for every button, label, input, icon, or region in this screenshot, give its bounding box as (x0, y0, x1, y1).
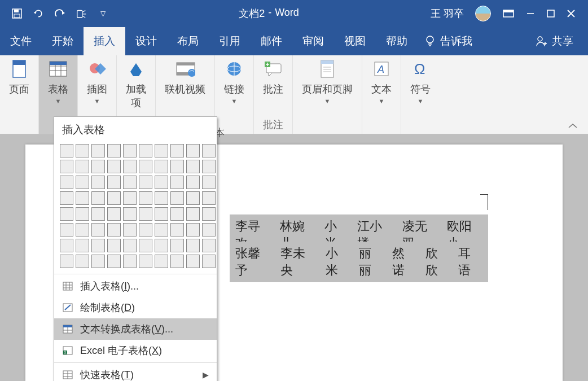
table-grid-cell[interactable] (202, 191, 216, 205)
table-grid-cell[interactable] (186, 144, 200, 157)
table-grid-cell[interactable] (76, 239, 89, 252)
table-grid-cell[interactable] (76, 207, 89, 221)
table-grid-cell[interactable] (123, 207, 137, 221)
share-button[interactable]: 共享 (535, 27, 588, 55)
table-grid-cell[interactable] (123, 191, 137, 205)
table-grid-cell[interactable] (170, 255, 184, 268)
table-grid-cell[interactable] (186, 223, 200, 237)
header-footer-button[interactable]: 页眉和页脚 ▼ (302, 59, 353, 103)
table-grid-cell[interactable] (91, 191, 105, 205)
tab-help[interactable]: 帮助 (376, 27, 418, 55)
online-video-button[interactable]: 联机视频 (165, 59, 205, 96)
table-button[interactable]: 表格 ▼ (48, 59, 68, 103)
table-grid-cell[interactable] (76, 160, 89, 173)
table-grid-cell[interactable] (123, 239, 137, 252)
table-grid-cell[interactable] (170, 239, 184, 252)
table-grid-cell[interactable] (186, 191, 200, 205)
illustrations-button[interactable]: 插图 ▼ (87, 59, 107, 103)
table-grid-cell[interactable] (186, 160, 200, 173)
table-grid-cell[interactable] (155, 207, 168, 221)
table-grid-cell[interactable] (202, 239, 216, 252)
table-grid-cell[interactable] (155, 223, 168, 237)
table-grid-cell[interactable] (139, 144, 152, 157)
table-grid-cell[interactable] (202, 144, 216, 157)
tab-file[interactable]: 文件 (0, 27, 42, 55)
tab-home[interactable]: 开始 (42, 27, 84, 55)
menu-draw-table[interactable]: 绘制表格(D) (54, 297, 217, 318)
table-grid-cell[interactable] (107, 191, 121, 205)
tell-me[interactable]: 告诉我 (418, 27, 482, 55)
table-grid-cell[interactable] (170, 176, 184, 189)
maximize-icon[interactable] (546, 9, 555, 18)
table-grid-cell[interactable] (155, 255, 168, 268)
symbol-button[interactable]: Ω 符号 ▼ (410, 59, 431, 103)
table-grid-cell[interactable] (76, 176, 89, 189)
table-grid-cell[interactable] (139, 191, 152, 205)
table-grid-cell[interactable] (76, 191, 89, 205)
table-grid-cell[interactable] (123, 160, 137, 173)
table-grid-cell[interactable] (139, 176, 152, 189)
table-grid-cell[interactable] (123, 144, 137, 157)
table-grid-cell[interactable] (139, 160, 152, 173)
table-size-grid[interactable] (54, 142, 217, 273)
table-grid-cell[interactable] (155, 176, 168, 189)
table-grid-cell[interactable] (107, 144, 121, 157)
table-grid-cell[interactable] (60, 255, 73, 268)
table-grid-cell[interactable] (107, 255, 121, 268)
touch-mode-icon[interactable] (76, 8, 87, 19)
table-grid-cell[interactable] (60, 239, 73, 252)
table-grid-cell[interactable] (60, 223, 73, 237)
table-grid-cell[interactable] (91, 223, 105, 237)
undo-icon[interactable] (33, 8, 44, 19)
link-button[interactable]: 链接 ▼ (224, 59, 244, 103)
menu-insert-table[interactable]: 插入表格(I)... (54, 275, 217, 297)
table-grid-cell[interactable] (60, 160, 73, 173)
table-grid-cell[interactable] (91, 144, 105, 157)
selected-text-line-2[interactable]: 张馨予 李未央 小米 丽丽 然诺 欣欣 耳语 (230, 242, 488, 282)
table-grid-cell[interactable] (139, 255, 152, 268)
table-grid-cell[interactable] (202, 160, 216, 173)
table-grid-cell[interactable] (139, 207, 152, 221)
tab-references[interactable]: 引用 (209, 27, 251, 55)
close-icon[interactable] (567, 9, 576, 18)
ribbon-display-icon[interactable] (502, 8, 515, 19)
user-name[interactable]: 王 羽卒 (431, 7, 464, 20)
table-grid-cell[interactable] (202, 223, 216, 237)
table-grid-cell[interactable] (170, 223, 184, 237)
table-grid-cell[interactable] (170, 160, 184, 173)
table-grid-cell[interactable] (76, 255, 89, 268)
table-grid-cell[interactable] (170, 191, 184, 205)
tab-layout[interactable]: 布局 (167, 27, 209, 55)
table-grid-cell[interactable] (60, 176, 73, 189)
table-grid-cell[interactable] (123, 255, 137, 268)
table-grid-cell[interactable] (186, 239, 200, 252)
table-grid-cell[interactable] (60, 191, 73, 205)
table-grid-cell[interactable] (155, 239, 168, 252)
table-grid-cell[interactable] (202, 207, 216, 221)
table-grid-cell[interactable] (60, 144, 73, 157)
table-grid-cell[interactable] (139, 239, 152, 252)
table-grid-cell[interactable] (155, 144, 168, 157)
table-grid-cell[interactable] (139, 223, 152, 237)
table-grid-cell[interactable] (186, 207, 200, 221)
table-grid-cell[interactable] (202, 176, 216, 189)
table-grid-cell[interactable] (76, 223, 89, 237)
tab-insert[interactable]: 插入 (84, 27, 125, 55)
menu-convert-text-to-table[interactable]: 文本转换成表格(V)... (54, 318, 217, 340)
table-grid-cell[interactable] (155, 160, 168, 173)
minimize-icon[interactable] (526, 9, 535, 18)
table-grid-cell[interactable] (76, 144, 89, 157)
comment-button[interactable]: 批注 (263, 59, 283, 96)
table-grid-cell[interactable] (107, 223, 121, 237)
table-grid-cell[interactable] (91, 239, 105, 252)
table-grid-cell[interactable] (91, 255, 105, 268)
user-avatar-icon[interactable] (475, 6, 491, 21)
tab-review[interactable]: 审阅 (292, 27, 334, 55)
collapse-ribbon-icon[interactable] (568, 122, 578, 129)
table-grid-cell[interactable] (155, 191, 168, 205)
table-grid-cell[interactable] (91, 160, 105, 173)
menu-quick-tables[interactable]: 快速表格(T) ▶ (54, 364, 217, 381)
tab-design[interactable]: 设计 (125, 27, 167, 55)
table-grid-cell[interactable] (107, 176, 121, 189)
table-grid-cell[interactable] (107, 207, 121, 221)
